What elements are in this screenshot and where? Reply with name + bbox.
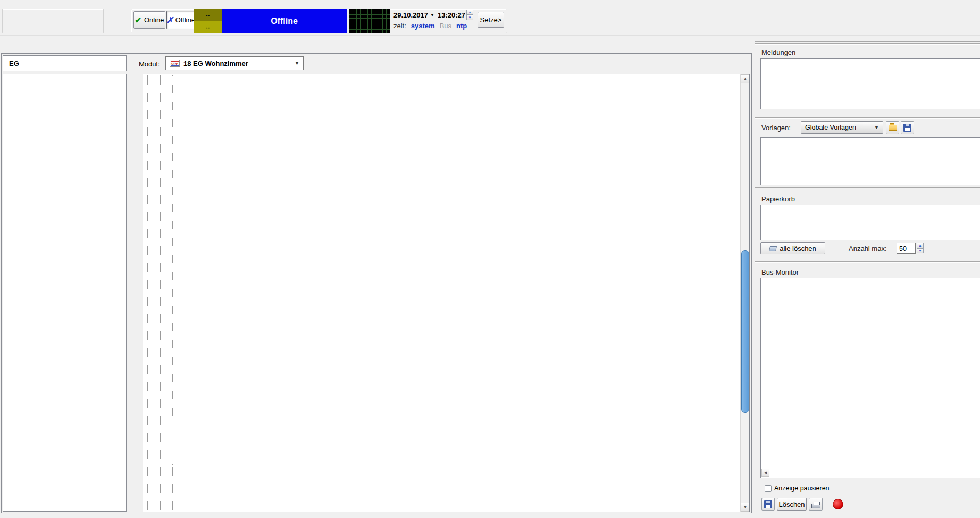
papierkorb-label: Papierkorb	[761, 195, 795, 203]
panel-divider[interactable]	[753, 38, 755, 513]
loeschen-button[interactable]: Löschen	[777, 498, 807, 511]
tree-guide	[213, 324, 213, 353]
sidebar-title: EG	[3, 55, 127, 71]
lcd-display	[349, 9, 390, 33]
save-icon	[903, 124, 911, 132]
alle-loeschen-label: alle löschen	[780, 244, 816, 252]
bus-monitor-box	[760, 278, 980, 478]
scroll-down-icon[interactable]: ▼	[741, 503, 750, 512]
papierkorb-box	[760, 205, 980, 240]
link-system[interactable]: system	[411, 22, 435, 30]
vorlagen-combo-value: Globale Vorlagen	[805, 124, 856, 131]
offline-button-label: Offline	[175, 16, 195, 24]
setze-button[interactable]: Setze>	[478, 12, 504, 28]
connection-status-banner: Offline	[222, 9, 347, 33]
offline-button[interactable]: ✗ Offline	[166, 11, 195, 29]
programming-treebox: ▲ ▼	[143, 74, 750, 512]
programming-tree	[143, 74, 740, 512]
chevron-down-icon: ▼	[295, 61, 299, 66]
splitter[interactable]	[755, 116, 980, 119]
tree-guide	[213, 230, 213, 259]
print-icon	[811, 504, 820, 508]
modul-dropdown[interactable]: UPP 18 EG Wohnzimmer ▼	[165, 56, 304, 70]
time-spinner[interactable]: ▲▼	[466, 10, 473, 20]
vorlagen-combo[interactable]: Globale Vorlagen ▼	[801, 121, 883, 134]
zeit-label: zeit:	[393, 22, 406, 30]
status-strip	[0, 514, 980, 518]
online-button[interactable]: ✔ Online	[133, 11, 165, 29]
tree-vertical-scrollbar[interactable]: ▲ ▼	[740, 74, 749, 512]
bus-save-button[interactable]	[761, 498, 775, 511]
module-icon: UPP	[170, 60, 180, 67]
tree-guide	[160, 75, 161, 511]
status-cells: -- --	[194, 9, 222, 33]
link-ntp[interactable]: ntp	[456, 22, 467, 30]
anzahl-max-spinner[interactable]: 50 ▲▼	[897, 243, 924, 254]
modul-dropdown-value: 18 EG Wohnzimmer	[183, 60, 248, 67]
stop-icon[interactable]	[833, 499, 843, 509]
modul-label: Modul:	[139, 60, 160, 68]
meldungen-label: Meldungen	[761, 48, 795, 56]
splitter[interactable]	[755, 41, 980, 45]
time-field[interactable]: 13:20:27	[438, 11, 465, 19]
tree-guide	[147, 75, 148, 511]
tree-guide	[213, 277, 213, 306]
date-field[interactable]: 29.10.2017	[393, 11, 428, 19]
link-bus: Bus	[440, 22, 451, 30]
chevron-down-icon: ▼	[874, 125, 879, 130]
splitter[interactable]	[755, 260, 980, 263]
scroll-left-icon[interactable]: ◀	[761, 469, 769, 477]
checkbox-icon[interactable]	[765, 485, 772, 492]
tree-guide	[172, 464, 173, 512]
tree-guide	[172, 75, 173, 423]
online-button-label: Online	[144, 16, 164, 24]
status-cell-bottom: --	[194, 21, 222, 34]
meldungen-box	[760, 58, 980, 109]
delete-all-icon	[769, 246, 777, 251]
anzahl-max-value[interactable]: 50	[897, 243, 916, 254]
anzeige-pausieren-label: Anzeige pausieren	[774, 485, 830, 492]
file-toolbar-group	[2, 9, 104, 33]
toolbar: ✔ Online ✗ Offline -- -- Offline 29.10.2…	[0, 7, 980, 36]
date-dropdown-icon[interactable]: ▼	[430, 13, 434, 18]
spinner-arrows[interactable]: ▲▼	[917, 243, 924, 254]
open-folder-icon	[889, 125, 897, 131]
vorlagen-box	[760, 137, 980, 185]
alle-loeschen-button[interactable]: alle löschen	[760, 242, 825, 254]
status-cell-top: --	[194, 9, 222, 21]
vorlagen-label: Vorlagen:	[761, 124, 791, 132]
x-icon: ✗	[166, 15, 173, 25]
scroll-up-icon[interactable]: ▲	[741, 74, 750, 83]
vorlagen-save-button[interactable]	[901, 121, 914, 134]
scrollbar-thumb[interactable]	[741, 250, 749, 413]
save-icon	[764, 500, 772, 508]
anzahl-max-label: Anzahl max:	[849, 244, 887, 252]
tree-guide	[213, 183, 213, 212]
bus-print-button[interactable]	[809, 498, 823, 511]
bus-monitor-label: Bus-Monitor	[761, 268, 799, 276]
splitter[interactable]	[755, 187, 980, 190]
anzeige-pausieren-checkbox[interactable]: Anzeige pausieren	[765, 485, 830, 492]
vorlagen-open-button[interactable]	[886, 121, 899, 134]
sidebar-accordion	[3, 74, 127, 512]
tree-guide	[196, 177, 196, 364]
check-icon: ✔	[135, 15, 141, 25]
